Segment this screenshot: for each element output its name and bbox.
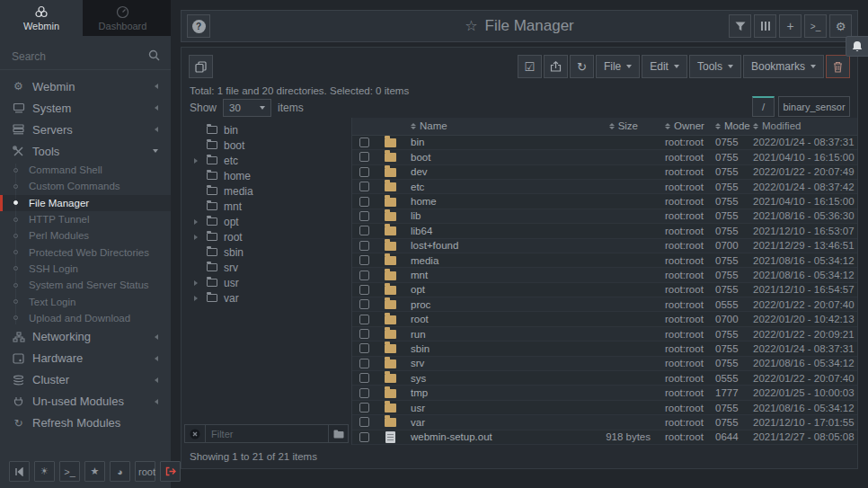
column-header-modified[interactable]: Modified [748,120,857,131]
expand-caret-icon[interactable] [194,280,203,286]
filter-button[interactable] [729,14,751,38]
select-all-button[interactable]: ☑ [518,55,542,78]
table-row[interactable]: tmp root:root 1777 2022/01/25 - 10:00:03 [352,386,857,400]
table-row[interactable]: lib root:root 0755 2021/08/16 - 05:36:30 [352,209,857,224]
row-checkbox[interactable] [359,167,369,177]
tree-item-mnt[interactable]: mnt [182,199,351,214]
column-header-owner[interactable]: Owner [651,120,706,131]
language-button[interactable]: ◕ [110,461,130,482]
row-checkbox[interactable] [359,226,369,235]
sidebar-item-unused-modules[interactable]: Un-used Modules [0,391,171,413]
row-checkbox[interactable] [359,432,369,442]
expand-caret-icon[interactable] [194,158,203,164]
terminal-button[interactable]: >_ [59,461,80,482]
sidebar-item-refresh-modules[interactable]: ↻ Refresh Modules [0,413,171,434]
sidebar-item-hardware[interactable]: Hardware [0,348,171,369]
table-row[interactable]: media root:root 0755 2021/08/16 - 05:34:… [352,253,857,268]
sidebar-item-file-manager[interactable]: File Manager [0,195,171,211]
table-row[interactable]: var root:root 0755 2021/12/10 - 17:01:55 [352,415,857,430]
row-checkbox[interactable] [359,138,369,147]
sidebar-item-ssh-login[interactable]: SSH Login [0,261,171,277]
table-row[interactable]: usr root:root 0755 2021/08/16 - 05:34:12 [352,401,857,415]
columns-button[interactable] [754,14,776,38]
row-checkbox[interactable] [359,271,369,280]
row-checkbox[interactable] [359,343,369,353]
paste-buffer-button[interactable] [189,55,213,78]
tab-webmin[interactable]: Webmin [0,0,83,36]
expand-caret-icon[interactable] [194,296,203,301]
add-bookmark-button[interactable]: + [779,14,802,38]
table-row[interactable]: lib64 root:root 0755 2021/12/10 - 16:53:… [352,224,857,238]
file-menu[interactable]: File [596,55,640,78]
row-checkbox[interactable] [359,182,369,191]
sidebar-item-text-login[interactable]: Text Login [0,293,171,309]
row-checkbox[interactable] [359,241,369,251]
sidebar-item-command-shell[interactable]: Command Shell [0,162,171,178]
row-checkbox[interactable] [359,417,369,427]
sidebar-item-system[interactable]: System [0,97,171,119]
row-checkbox[interactable] [359,211,369,221]
row-checkbox[interactable] [359,329,369,339]
tree-item-bin[interactable]: bin [182,122,351,138]
row-checkbox[interactable] [359,285,369,295]
table-row[interactable]: dev root:root 0755 2022/01/22 - 20:07:49 [352,165,857,180]
row-checkbox[interactable] [359,403,369,413]
tree-item-var[interactable]: var [182,290,351,306]
table-row[interactable]: etc root:root 0755 2022/01/24 - 08:37:42 [352,180,857,194]
sidebar-item-servers[interactable]: Servers [0,119,171,140]
trash-button[interactable] [826,55,850,78]
sidebar-item-system-and-server-status[interactable]: System and Server Status [0,277,171,293]
bookmarks-menu[interactable]: Bookmarks [743,55,824,78]
sidebar-item-protected-web-directories[interactable]: Protected Web Directories [0,244,171,260]
clear-filter-icon[interactable] [190,429,200,439]
column-header-name[interactable]: Name [403,120,564,131]
tree-item-usr[interactable]: usr [182,275,351,290]
row-checkbox[interactable] [359,197,369,207]
favorite-star-icon[interactable]: ☆ [465,18,477,33]
row-checkbox[interactable] [359,373,369,383]
sidebar-item-cluster[interactable]: Cluster [0,369,171,391]
table-row[interactable]: lost+found root:root 0700 2021/12/29 - 1… [352,239,857,253]
tree-item-root[interactable]: root [182,229,351,244]
path-root-button[interactable]: / [752,96,775,117]
tools-menu[interactable]: Tools [689,55,741,78]
tree-item-sbin[interactable]: sbin [182,244,351,260]
table-row[interactable]: bin root:root 0755 2022/01/24 - 08:37:31 [352,136,857,150]
search-input[interactable] [0,43,171,69]
table-row[interactable]: boot root:root 0755 2021/04/10 - 16:15:0… [352,150,857,164]
column-header-mode[interactable]: Mode [706,120,748,131]
table-row[interactable]: mnt root:root 0755 2021/08/16 - 05:34:12 [352,268,857,282]
favorites-button[interactable]: ★ [84,461,105,482]
collapse-sidebar-button[interactable] [9,461,30,482]
row-checkbox[interactable] [359,388,369,398]
sidebar-item-tools[interactable]: Tools [0,140,171,162]
path-input[interactable] [778,96,850,117]
settings-button[interactable]: ⚙ [829,14,852,38]
tree-item-boot[interactable]: boot [182,138,351,153]
row-checkbox[interactable] [359,359,369,368]
row-checkbox[interactable] [359,152,369,162]
table-row[interactable]: opt root:root 0755 2021/12/10 - 16:54:57 [352,283,857,297]
tree-filter-input[interactable] [205,425,328,442]
tree-item-media[interactable]: media [182,183,351,199]
table-row[interactable]: sbin root:root 0755 2022/01/24 - 08:37:3… [352,342,857,356]
table-row[interactable]: srv root:root 0755 2021/08/16 - 05:34:12 [352,357,857,371]
table-row[interactable]: webmin-setup.out 918 bytes root:root 064… [352,430,857,445]
refresh-button[interactable]: ↻ [570,55,594,78]
shell-button[interactable]: >_ [804,14,827,38]
tree-item-home[interactable]: home [182,168,351,183]
row-checkbox[interactable] [359,255,369,265]
sidebar-item-webmin[interactable]: ⚙ Webmin [0,75,171,97]
table-row[interactable]: sys root:root 0555 2022/01/22 - 20:07:40 [352,371,857,386]
table-row[interactable]: home root:root 0755 2021/04/10 - 16:15:0… [352,194,857,209]
theme-toggle-button[interactable]: ☀ [34,461,55,482]
sidebar-item-custom-commands[interactable]: Custom Commands [0,178,171,194]
table-row[interactable]: root root:root 0700 2022/01/20 - 10:42:1… [352,312,857,326]
table-row[interactable]: run root:root 0755 2022/01/22 - 20:09:21 [352,327,857,342]
export-button[interactable] [544,55,568,78]
table-row[interactable]: proc root:root 0555 2022/01/22 - 20:07:4… [352,297,857,312]
sidebar-item-perl-modules[interactable]: Perl Modules [0,227,171,244]
page-size-select[interactable]: 30 [223,99,271,117]
user-button[interactable]: root [135,461,155,482]
row-checkbox[interactable] [359,299,369,309]
